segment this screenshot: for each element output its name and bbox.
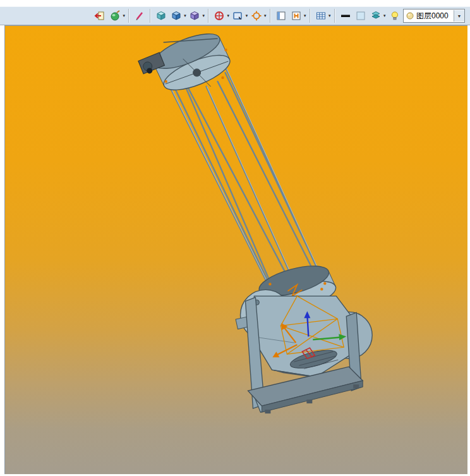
locate-center-button[interactable]	[250, 8, 263, 23]
line-width-button[interactable]	[339, 8, 352, 23]
orbit-dropdown-arrow[interactable]: ▼	[226, 14, 230, 18]
zoom-window-dropdown-arrow[interactable]: ▼	[244, 14, 248, 18]
teal-cube-icon	[155, 10, 167, 21]
orange-crosshair-icon	[251, 10, 262, 21]
toolbar-separator	[334, 9, 335, 23]
color-swatch-icon	[355, 10, 366, 21]
appearance-icon	[109, 10, 121, 21]
violet-cube-icon	[189, 10, 200, 21]
viewport-layout-button[interactable]	[274, 8, 288, 23]
toolbar: ▼ ▼	[0, 6, 470, 25]
layers-dropdown-arrow[interactable]: ▼	[383, 14, 387, 18]
thick-line-icon	[340, 10, 351, 21]
exit-render-button[interactable]	[93, 8, 107, 23]
layer-select-arrow-icon[interactable]: ▼	[454, 10, 464, 21]
zoom-window-button[interactable]	[231, 8, 244, 23]
exit-render-icon	[94, 10, 105, 21]
layer-visibility-bulb[interactable]	[387, 8, 402, 23]
layer-sphere-icon	[406, 10, 415, 21]
red-wheel-icon	[214, 10, 225, 21]
selection-rect-icon	[232, 10, 243, 21]
pen-icon	[134, 10, 145, 21]
table-button[interactable]	[314, 8, 328, 23]
truss-poles	[160, 61, 325, 297]
base-foot	[353, 384, 359, 388]
table-grid-icon	[315, 10, 327, 21]
h-panel-icon	[291, 10, 302, 21]
toolbar-separator	[270, 9, 271, 23]
base-foot	[306, 400, 312, 403]
app-window: ▼ ▼	[0, 0, 470, 476]
toolbar-separator	[208, 9, 209, 23]
telescope-model	[5, 26, 467, 474]
named-view-button[interactable]	[289, 8, 303, 23]
display-mode-dropdown-arrow[interactable]: ▼	[202, 14, 205, 18]
background-color-button[interactable]	[354, 8, 368, 23]
truss-pole-highlights	[160, 61, 325, 297]
appearance-button[interactable]	[108, 8, 122, 23]
layers-button[interactable]	[369, 8, 383, 23]
toolbar-separator	[128, 9, 130, 23]
blue-cube-icon	[171, 10, 182, 21]
layer-select[interactable]: 图层0000 ▼	[403, 9, 465, 23]
toolbar-separator	[310, 9, 311, 23]
base-foot	[265, 410, 270, 413]
named-view-dropdown-arrow[interactable]: ▼	[303, 14, 307, 18]
panel-icon	[275, 10, 287, 21]
appearance-dropdown-arrow[interactable]: ▼	[122, 14, 126, 18]
table-dropdown-arrow[interactable]: ▼	[328, 14, 332, 18]
toolbar-separator	[150, 9, 151, 23]
display-mode-button[interactable]	[188, 8, 202, 23]
view-cube-dropdown-arrow[interactable]: ▼	[183, 14, 187, 18]
locate-center-dropdown-arrow[interactable]: ▼	[263, 14, 267, 18]
layers-icon	[370, 10, 382, 21]
annotate-tool-button[interactable]	[133, 8, 147, 23]
isometric-view-button[interactable]	[154, 8, 168, 23]
lightbulb-icon	[389, 10, 401, 21]
view-cube-button[interactable]	[169, 8, 183, 23]
3d-viewport[interactable]	[4, 25, 467, 474]
layer-select-value: 图层0000	[416, 11, 454, 21]
orbit-button[interactable]	[212, 8, 226, 23]
layer-controls: 图层0000 ▼	[387, 8, 465, 23]
